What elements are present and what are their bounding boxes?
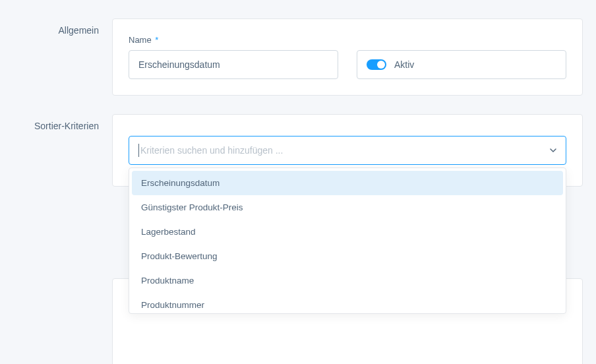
criteria-combo: Kriterien suchen und hinzufügen ... Ersc… [129,136,566,165]
general-card: Name * . Aktiv [112,18,583,96]
name-label: Name * [129,35,338,45]
chevron-down-icon[interactable] [550,147,556,154]
section-sorting-label: Sortier-Kriterien [13,104,112,187]
toggle-knob [377,61,385,69]
section-sorting: Sortier-Kriterien Kriterien suchen und h… [0,104,596,187]
name-label-text: Name [129,35,152,45]
criteria-option[interactable]: Lagerbestand [132,220,563,244]
criteria-input-box[interactable]: Kriterien suchen und hinzufügen ... [129,136,566,165]
criteria-dropdown-list[interactable]: ErscheinungsdatumGünstigster Produkt-Pre… [132,171,566,311]
criteria-option[interactable]: Produkt-Bewertung [132,244,563,268]
criteria-option[interactable]: Produktname [132,268,563,293]
active-field: . Aktiv [357,35,566,79]
section-general: Allgemein Name * . Aktiv [0,0,596,96]
sorting-card: Kriterien suchen und hinzufügen ... Ersc… [112,114,583,187]
section-general-label: Allgemein [13,0,112,96]
criteria-option[interactable]: Erscheinungsdatum [132,171,563,195]
criteria-placeholder: Kriterien suchen und hinzufügen ... [140,145,550,156]
criteria-option[interactable]: Produktnummer [132,293,563,311]
text-cursor [138,144,139,157]
active-toggle-box[interactable]: Aktiv [357,50,566,79]
active-toggle[interactable] [367,59,386,70]
name-field: Name * [129,35,338,79]
criteria-dropdown: ErscheinungsdatumGünstigster Produkt-Pre… [129,167,566,314]
name-input[interactable] [129,50,338,79]
active-toggle-label: Aktiv [394,59,414,70]
required-asterisk: * [155,35,158,45]
criteria-option[interactable]: Günstigster Produkt-Preis [132,195,563,220]
